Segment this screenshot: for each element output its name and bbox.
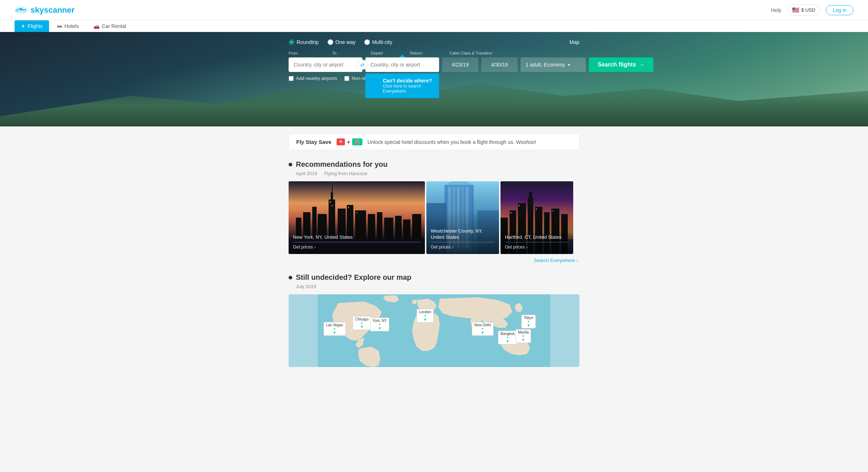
pin-new-delhi-label: New Delhi — [474, 323, 491, 327]
roundtrip-label: Roundtrip — [297, 39, 319, 45]
to-field-wrap: 🌐 Can't decide where? Click here to sear… — [365, 57, 439, 72]
from-input[interactable] — [289, 57, 362, 72]
dest-card-hartford[interactable]: Hartford, CT, United States Get prices › — [501, 181, 573, 254]
map-title: Still undecided? Explore our map — [296, 273, 411, 282]
return-input[interactable]: 4/30/19 — [481, 57, 518, 72]
add-nearby-label: Add nearby airports — [296, 76, 337, 81]
nyc-get-prices-label: Get prices — [293, 245, 313, 250]
tab-hotels[interactable]: 🛏 Hotels — [51, 20, 85, 32]
search-everywhere-link[interactable]: Search Everywhere › — [289, 258, 579, 263]
chevron-down-icon: ▼ — [567, 63, 571, 67]
header-right: Help 🇺🇸 $ USD Log in — [771, 4, 853, 16]
logo-icon — [15, 5, 28, 15]
cabin-value: 1 adult, Economy — [526, 62, 565, 68]
flag-icon: 🇺🇸 — [792, 7, 799, 13]
pin-manila-label: Manila — [518, 330, 529, 334]
fly-stay-save-banner[interactable]: Fly Stay Save ✈ + 🏨 Unlock special hotel… — [289, 134, 579, 150]
globe-icon: 🌐 — [371, 82, 379, 90]
recommendations-section: Recommendations for you April 2019 Flyin… — [289, 160, 579, 263]
nonstop-checkbox[interactable] — [344, 76, 349, 81]
plus-icon: + — [346, 139, 351, 145]
nyc-get-prices[interactable]: Get prices › — [293, 242, 421, 250]
depart-input[interactable]: 4/23/19 — [442, 57, 478, 72]
to-input-group — [365, 57, 439, 72]
from-input-group — [289, 57, 362, 72]
flights-icon: ✈ — [21, 23, 25, 29]
help-link[interactable]: Help — [771, 7, 781, 13]
pin-london-label: London — [419, 310, 431, 314]
wch-info: Westchester County, NY, United States Ge… — [426, 223, 499, 254]
wch-country: United States — [431, 234, 459, 240]
chevron-right-icon-2: › — [452, 245, 454, 249]
multicity-label: Multi-city — [372, 39, 392, 45]
cabin-selector[interactable]: 1 adult, Economy ▼ — [521, 57, 586, 72]
pin-bangkok-label: Bangkok — [501, 332, 515, 336]
dest-card-westchester[interactable]: Westchester County, NY, United States Ge… — [426, 181, 499, 254]
pin-chicago-dot: ● — [361, 321, 363, 324]
pin-chicago[interactable]: Chicago ● — [353, 316, 371, 330]
pin-bangkok[interactable]: Bangkok ● — [498, 331, 517, 344]
map-link[interactable]: Map — [570, 39, 579, 45]
roundtrip-radio[interactable] — [289, 39, 294, 45]
nyc-city: New York, NY, United States — [293, 234, 421, 240]
pin-las-vegas[interactable]: Las Vegas ● — [324, 322, 346, 336]
nav-tabs: ✈ Flights 🛏 Hotels 🚗 Car Rental — [0, 20, 868, 32]
return-field: 4/30/19 — [481, 57, 518, 72]
logo: skyscanner — [15, 5, 75, 15]
dest-card-nyc[interactable]: New York, NY, United States Get prices › — [289, 181, 425, 254]
pin-chicago-label: Chicago — [355, 317, 369, 321]
banner-text: Unlock special hotel discounts when you … — [367, 139, 536, 145]
fly-stay-label: Fly Stay Save — [296, 139, 331, 145]
hotel-icon: 🏨 — [355, 140, 360, 144]
section-dot — [289, 163, 292, 166]
pin-las-vegas-label: Las Vegas — [326, 323, 343, 327]
recommendations-date: April 2019 — [296, 171, 317, 176]
tab-car-rental[interactable]: 🚗 Car Rental — [87, 20, 133, 32]
return-label: Return — [410, 51, 422, 55]
map-container[interactable]: Las Vegas ● Chicago ● York, NY ● London … — [289, 294, 579, 367]
search-container: Roundtrip One way Multi-city Map From To… — [289, 39, 579, 81]
main-content: Fly Stay Save ✈ + 🏨 Unlock special hotel… — [289, 126, 579, 382]
hfd-country: United States — [533, 234, 562, 240]
hfd-get-prices[interactable]: Get prices › — [505, 242, 569, 250]
pin-tokyo[interactable]: Tokyo ● — [521, 315, 536, 328]
tab-flights-label: Flights — [28, 23, 43, 29]
add-nearby-option[interactable]: Add nearby airports — [289, 76, 337, 81]
currency-label: $ USD — [801, 7, 815, 13]
wch-get-prices-label: Get prices — [431, 245, 451, 250]
search-flights-button[interactable]: Search flights → — [589, 57, 654, 72]
promo-icons: ✈ + 🏨 — [337, 138, 362, 145]
login-button[interactable]: Log in — [826, 5, 853, 15]
cant-decide-dropdown[interactable]: 🌐 Can't decide where? Click here to sear… — [365, 73, 439, 98]
multicity-option[interactable]: Multi-city — [364, 39, 392, 45]
currency-button[interactable]: 🇺🇸 $ USD — [787, 4, 820, 16]
map-date: July 2019 — [296, 284, 316, 289]
pin-york-ny-dot: ● — [379, 323, 381, 326]
pin-manila[interactable]: Manila ● — [515, 329, 531, 343]
pin-tokyo-dot: ● — [528, 320, 530, 323]
roundtrip-option[interactable]: Roundtrip — [289, 39, 319, 45]
pin-london-dot: ● — [424, 314, 426, 317]
pin-new-delhi[interactable]: New Delhi ● — [472, 322, 494, 336]
search-everywhere-arrow: › — [576, 258, 578, 263]
destination-cards: New York, NY, United States Get prices › — [289, 181, 579, 254]
cabin-label: Cabin Class & Travelers — [449, 51, 492, 55]
pin-london[interactable]: London ● — [417, 309, 434, 323]
swap-button[interactable]: ⇄ — [357, 60, 367, 70]
tab-flights[interactable]: ✈ Flights — [15, 20, 49, 32]
nyc-info: New York, NY, United States Get prices › — [289, 229, 425, 254]
recommendations-heading: Recommendations for you — [289, 160, 579, 169]
plane-tag: ✈ — [337, 138, 345, 145]
oneway-radio[interactable] — [327, 39, 333, 45]
pin-york-ny-label: York, NY — [373, 319, 387, 323]
pin-york-ny[interactable]: York, NY ● — [370, 318, 389, 331]
recommendations-origin: Flying from Hancock — [324, 171, 367, 176]
map-dot — [289, 276, 292, 279]
logo-text: skyscanner — [31, 5, 75, 15]
wch-get-prices[interactable]: Get prices › — [431, 242, 495, 250]
search-everywhere-label: Search Everywhere — [534, 258, 575, 263]
multicity-radio[interactable] — [364, 39, 370, 45]
oneway-option[interactable]: One way — [327, 39, 355, 45]
to-input[interactable] — [365, 57, 439, 72]
add-nearby-checkbox[interactable] — [289, 76, 294, 81]
